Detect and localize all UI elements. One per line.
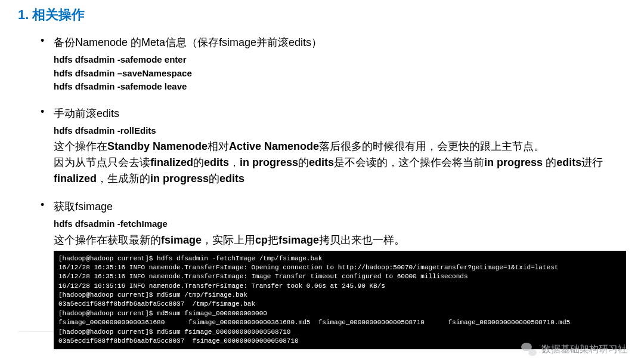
cmd-line: hdfs dfsadmin -fetchImage — [54, 217, 626, 231]
cmd-line: hdfs dfsadmin -rollEdits — [54, 124, 626, 138]
op-explain: 这个操作在Standby Namenode相对Active Namenode落后… — [54, 139, 626, 187]
op-fetch-image: 获取fsimage hdfs dfsadmin -fetchImage 这个操作… — [54, 199, 626, 349]
op-heading: 获取fsimage — [54, 199, 626, 215]
divider — [18, 331, 626, 332]
cmd-line: hdfs dfsadmin –saveNamespace — [54, 67, 626, 81]
wechat-icon — [521, 343, 537, 356]
section-title: 1. 相关操作 — [18, 6, 626, 24]
op-heading: 备份Namenode 的Meta信息（保存fsimage并前滚edits） — [54, 35, 626, 51]
cmd-line: hdfs dfsadmin -safemode enter — [54, 53, 626, 67]
footer-brand: 数据基础架构研习社 — [521, 343, 627, 356]
op-heading: 手动前滚edits — [54, 106, 626, 122]
operations-list: 备份Namenode 的Meta信息（保存fsimage并前滚edits） hd… — [18, 35, 626, 349]
brand-text: 数据基础架构研习社 — [541, 343, 627, 356]
op-explain: 这个操作在获取最新的fsimage，实际上用cp把fsimage拷贝出来也一样。 — [54, 232, 626, 248]
cmd-block: hdfs dfsadmin -rollEdits — [54, 124, 626, 138]
cmd-block: hdfs dfsadmin -safemode enter hdfs dfsad… — [54, 53, 626, 94]
op-backup-meta: 备份Namenode 的Meta信息（保存fsimage并前滚edits） hd… — [54, 35, 626, 94]
op-roll-edits: 手动前滚edits hdfs dfsadmin -rollEdits 这个操作在… — [54, 106, 626, 187]
cmd-line: hdfs dfsadmin -safemode leave — [54, 80, 626, 94]
terminal-output: [hadoop@hadoop current]$ hdfs dfsadmin -… — [54, 251, 626, 350]
cmd-block: hdfs dfsadmin -fetchImage — [54, 217, 626, 231]
